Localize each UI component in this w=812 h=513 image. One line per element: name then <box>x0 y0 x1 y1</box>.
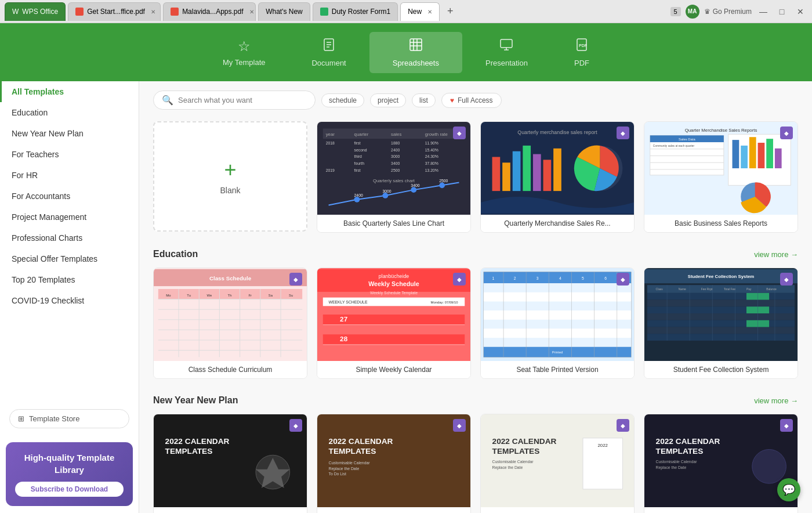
template-label: 2022 CALENDAR TEMPLATES <box>481 507 634 513</box>
svg-rect-137 <box>647 320 795 327</box>
tab-count-badge: 5 <box>670 7 681 16</box>
sidebar-item-all-templates[interactable]: All Templates <box>0 81 139 102</box>
close-icon[interactable]: ✕ <box>151 9 155 15</box>
template-card-cal3[interactable]: 2022 CALENDAR TEMPLATES Customisable Cal… <box>480 414 635 513</box>
template-card-simple-weekly[interactable]: planbücheide Weekly Schedule Weekly Sche… <box>317 268 471 379</box>
close-icon[interactable]: ✕ <box>427 9 432 15</box>
tab-whatsnew[interactable]: What's New <box>258 2 310 21</box>
svg-text:year: year <box>326 132 335 137</box>
svg-point-43 <box>439 182 445 188</box>
tab-new-label: New <box>408 8 422 16</box>
template-store-label: Template Store <box>29 414 79 423</box>
sidebar-item-professional-charts[interactable]: Professional Charts <box>0 227 139 248</box>
subscribe-button[interactable]: Subscribe to Download <box>15 482 124 497</box>
tab-malavida[interactable]: Malavida...Apps.pdf ✕ <box>163 2 256 21</box>
svg-text:2500: 2500 <box>391 168 400 172</box>
svg-text:3400: 3400 <box>411 183 419 187</box>
search-input-wrap[interactable]: 🔍 <box>153 91 316 110</box>
svg-rect-139 <box>647 334 795 341</box>
sidebar-item-project-mgmt[interactable]: Project Management <box>0 207 139 227</box>
close-icon[interactable]: ✕ <box>249 9 254 15</box>
plus-icon: + <box>224 158 236 182</box>
svg-text:Customisable Calendar: Customisable Calendar <box>656 460 698 464</box>
template-card-cal2[interactable]: 2022 CALENDAR TEMPLATES Customisable Cal… <box>317 414 471 513</box>
svg-rect-67 <box>758 143 765 168</box>
template-card-cal4[interactable]: 2022 CALENDAR TEMPLATES Customisable Cal… <box>644 414 798 513</box>
nav-presentation[interactable]: Presentation <box>462 32 551 73</box>
sidebar-item-education[interactable]: Education <box>0 102 139 123</box>
template-label: Class Schedule Curriculum <box>154 361 307 378</box>
svg-text:Customisable Calendar: Customisable Calendar <box>329 461 371 465</box>
svg-rect-9 <box>501 39 512 48</box>
search-tag-list[interactable]: list <box>412 93 436 107</box>
template-card-class-schedule[interactable]: Class Schedule <box>153 268 307 379</box>
nav-pdf[interactable]: PDF PDF <box>551 32 612 73</box>
minimize-button[interactable]: — <box>756 5 770 19</box>
full-access-button[interactable]: ♥ Full Access <box>441 93 502 108</box>
template-card-basic-quarterly[interactable]: year quarter sales growth rate 2018 firs… <box>317 121 471 233</box>
svg-rect-133 <box>647 293 795 300</box>
main-content: All Templates Education New Year New Pla… <box>0 81 812 513</box>
sidebar-for-hr-label: For HR <box>12 171 38 180</box>
svg-text:27: 27 <box>340 315 347 323</box>
template-store-button[interactable]: ⊞ Template Store <box>9 409 129 428</box>
svg-text:Balance: Balance <box>766 288 777 291</box>
svg-rect-114 <box>484 338 631 347</box>
template-card-basic-business[interactable]: Quarter Merchandise Sales Reports Sales … <box>644 121 798 233</box>
svg-text:3000: 3000 <box>391 154 400 158</box>
svg-rect-68 <box>766 139 773 168</box>
sidebar-item-covid[interactable]: COVID-19 Checklist <box>0 290 139 311</box>
new-tab-button[interactable]: + <box>442 3 458 20</box>
svg-text:Fee Rcpt: Fee Rcpt <box>701 288 713 291</box>
tab-getstart[interactable]: Get Start...ffice.pdf ✕ <box>68 2 161 21</box>
sidebar-item-for-teachers[interactable]: For Teachers <box>0 144 139 165</box>
education-view-more[interactable]: view more → <box>754 250 798 259</box>
template-label: Basic Business Sales Reports <box>644 215 798 232</box>
search-input[interactable] <box>178 96 307 104</box>
go-premium-button[interactable]: ♛ Go Premium <box>704 8 752 16</box>
nav-my-template[interactable]: ☆ My Template <box>200 32 288 73</box>
search-tag-schedule[interactable]: schedule <box>321 93 364 107</box>
sidebar-item-new-year[interactable]: New Year New Plan <box>0 123 139 144</box>
education-section-title: Education <box>153 249 198 259</box>
premium-badge: ◆ <box>780 419 793 432</box>
new-year-view-more[interactable]: view more → <box>754 396 798 405</box>
blank-template-card[interactable]: + Blank <box>153 121 307 232</box>
sidebar-item-special-offer[interactable]: Special Offer Templates <box>0 248 139 269</box>
template-card-cal1[interactable]: 2022 CALENDAR TEMPLATES ◆ 2022 CALENDAR … <box>153 414 307 513</box>
nav-document[interactable]: Document <box>288 32 369 73</box>
svg-rect-112 <box>484 320 631 329</box>
sidebar-item-top-20[interactable]: Top 20 Templates <box>0 269 139 290</box>
svg-text:Replace the Date: Replace the Date <box>656 465 687 470</box>
tab-new[interactable]: New ✕ <box>400 2 440 21</box>
sidebar-item-for-accountants[interactable]: For Accountants <box>0 186 139 207</box>
search-tag-project[interactable]: project <box>370 93 406 107</box>
template-card-quarterly-merch[interactable]: Quarterly merchandise sales report <box>480 121 635 233</box>
svg-text:Class Schedule: Class Schedule <box>209 275 252 281</box>
sidebar-education-label: Education <box>12 108 48 117</box>
sidebar-item-for-hr[interactable]: For HR <box>0 165 139 186</box>
sidebar-promo: High-quality Template Library Subscribe … <box>6 442 133 506</box>
svg-text:Class: Class <box>656 288 664 291</box>
svg-text:third: third <box>354 154 362 158</box>
premium-badge: ◆ <box>617 127 629 139</box>
template-thumb: 2022 CALENDAR TEMPLATES Customisable Cal… <box>481 414 634 507</box>
chat-button[interactable]: 💬 <box>777 478 800 501</box>
svg-text:Th: Th <box>228 294 232 297</box>
svg-point-174 <box>752 449 786 483</box>
svg-text:3000: 3000 <box>382 189 391 193</box>
svg-text:24.30%: 24.30% <box>425 154 438 158</box>
svg-text:TEMPLATES: TEMPLATES <box>492 447 540 456</box>
svg-text:Sa: Sa <box>269 294 273 297</box>
template-card-student-fee[interactable]: Student Fee Collection System <box>644 268 798 379</box>
tab-dutyroster[interactable]: Duty Roster Form1 <box>313 2 398 21</box>
tab-wps[interactable]: W WPS Office <box>5 2 66 21</box>
close-button[interactable]: ✕ <box>793 5 807 19</box>
maximize-button[interactable]: □ <box>775 5 789 19</box>
svg-text:13.20%: 13.20% <box>425 168 438 172</box>
svg-text:2022 CALENDAR: 2022 CALENDAR <box>165 437 230 446</box>
template-thumb: Quarter Merchandise Sales Reports Sales … <box>644 122 798 215</box>
nav-spreadsheets[interactable]: Spreadsheets <box>369 32 462 73</box>
template-card-seat-table[interactable]: 1 2 3 4 5 6 7 Printed ◆ Seat Table Print… <box>480 268 635 379</box>
svg-point-41 <box>411 187 416 193</box>
